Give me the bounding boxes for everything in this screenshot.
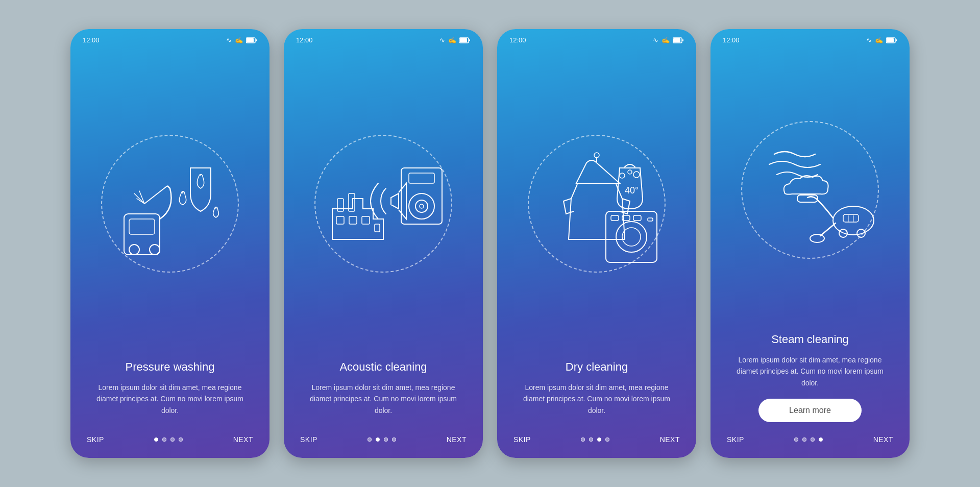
next-button-1[interactable]: NEXT <box>233 435 253 444</box>
svg-rect-11 <box>401 168 442 224</box>
illustration-steam-cleaning <box>710 47 910 333</box>
svg-rect-9 <box>460 38 467 42</box>
illustration-dry-cleaning: 40° <box>497 47 696 360</box>
content-4: Steam cleaning Lorem ipsum dolor sit dim… <box>710 333 910 426</box>
svg-rect-19 <box>349 216 357 224</box>
status-icons-3: ∿ ✍ <box>653 36 684 44</box>
dry-cleaning-svg: 40° <box>520 127 673 280</box>
desc-2: Lorem ipsum dolor sit dim amet, mea regi… <box>300 382 467 416</box>
status-time-4: 12:00 <box>723 36 740 44</box>
svg-rect-21 <box>375 224 380 232</box>
skip-button-4[interactable]: SKIP <box>727 435 744 444</box>
nav-dots-1 <box>154 437 183 442</box>
svg-rect-20 <box>362 216 370 224</box>
dot-2-2 <box>376 437 380 442</box>
content-2: Acoustic cleaning Lorem ipsum dolor sit … <box>284 360 483 426</box>
status-time-1: 12:00 <box>83 36 100 44</box>
nav-bar-3: SKIP NEXT <box>497 426 696 444</box>
svg-rect-40 <box>896 39 897 41</box>
battery-icon-1 <box>246 37 257 43</box>
dot-4-1 <box>794 437 798 442</box>
svg-rect-31 <box>606 211 657 262</box>
svg-rect-2 <box>256 39 257 41</box>
skip-button-3[interactable]: SKIP <box>513 435 531 444</box>
dot-3-4 <box>605 437 609 442</box>
svg-rect-16 <box>337 199 344 211</box>
svg-rect-36 <box>633 215 641 221</box>
dot-4-2 <box>802 437 806 442</box>
illustration-pressure-washing <box>70 47 270 360</box>
status-bar-4: 12:00 ∿ ✍ <box>710 29 910 47</box>
next-button-3[interactable]: NEXT <box>660 435 680 444</box>
status-time-3: 12:00 <box>509 36 526 44</box>
content-1: Pressure washing Lorem ipsum dolor sit d… <box>70 360 270 426</box>
wifi-icon-2: ∿ <box>439 36 445 44</box>
skip-button-1[interactable]: SKIP <box>87 435 104 444</box>
next-button-2[interactable]: NEXT <box>447 435 467 444</box>
dot-4-4 <box>819 437 823 442</box>
desc-4: Lorem ipsum dolor sit dim amet, mea regi… <box>727 354 893 388</box>
svg-point-42 <box>810 234 824 242</box>
learn-more-button[interactable]: Learn more <box>758 399 862 422</box>
acoustic-cleaning-svg <box>307 127 460 280</box>
wifi-icon-3: ∿ <box>653 36 658 44</box>
status-icons-4: ∿ ✍ <box>866 36 897 44</box>
signal-icon-3: ✍ <box>662 36 670 44</box>
svg-rect-4 <box>129 219 155 234</box>
svg-text:40°: 40° <box>625 185 639 196</box>
dot-3-2 <box>589 437 593 442</box>
status-icons-1: ∿ ✍ <box>226 36 257 44</box>
svg-point-5 <box>129 245 139 255</box>
pressure-washing-svg <box>93 127 247 280</box>
status-bar-3: 12:00 ∿ ✍ <box>497 29 696 47</box>
screen-pressure-washing: 12:00 ∿ ✍ <box>70 29 270 458</box>
skip-button-2[interactable]: SKIP <box>300 435 317 444</box>
dot-1-2 <box>162 437 166 442</box>
screen-dry-cleaning: 12:00 ∿ ✍ 40° <box>497 29 696 458</box>
svg-rect-43 <box>797 195 818 202</box>
desc-3: Lorem ipsum dolor sit dim amet, mea regi… <box>513 382 680 416</box>
nav-dots-4 <box>794 437 823 442</box>
wifi-icon-1: ∿ <box>226 36 232 44</box>
svg-point-28 <box>620 173 625 178</box>
status-bar-1: 12:00 ∿ ✍ <box>70 29 270 47</box>
dot-2-1 <box>368 437 372 442</box>
nav-dots-2 <box>368 437 396 442</box>
svg-point-13 <box>415 200 428 212</box>
content-3: Dry cleaning Lorem ipsum dolor sit dim a… <box>497 360 696 426</box>
svg-rect-46 <box>843 214 859 222</box>
svg-rect-23 <box>673 38 680 42</box>
nav-bar-2: SKIP NEXT <box>284 426 483 444</box>
dot-2-3 <box>384 437 388 442</box>
battery-icon-2 <box>459 37 471 43</box>
nav-bar-4: SKIP NEXT <box>710 426 910 444</box>
svg-point-12 <box>409 193 434 219</box>
signal-icon-1: ✍ <box>235 36 243 44</box>
title-1: Pressure washing <box>126 360 215 374</box>
svg-rect-18 <box>336 216 344 224</box>
illustration-acoustic-cleaning <box>284 47 483 360</box>
dot-3-1 <box>581 437 585 442</box>
dot-1-1 <box>154 437 158 442</box>
svg-point-14 <box>420 204 424 208</box>
svg-point-6 <box>150 245 160 255</box>
title-3: Dry cleaning <box>566 360 628 374</box>
steam-cleaning-svg <box>733 113 887 266</box>
svg-point-30 <box>633 172 640 178</box>
dot-1-3 <box>170 437 175 442</box>
dot-1-4 <box>179 437 183 442</box>
svg-rect-1 <box>247 38 254 42</box>
wifi-icon-4: ∿ <box>866 36 872 44</box>
svg-rect-24 <box>682 39 683 41</box>
screen-steam-cleaning: 12:00 ∿ ✍ <box>710 29 910 458</box>
screens-container: 12:00 ∿ ✍ <box>50 9 930 478</box>
svg-rect-34 <box>611 215 619 221</box>
next-button-4[interactable]: NEXT <box>873 435 893 444</box>
dot-2-4 <box>392 437 396 442</box>
screen-acoustic-cleaning: 12:00 ∿ ✍ <box>284 29 483 458</box>
svg-point-32 <box>616 222 647 252</box>
nav-bar-1: SKIP NEXT <box>70 426 270 444</box>
title-4: Steam cleaning <box>771 333 849 346</box>
svg-rect-10 <box>469 39 470 41</box>
battery-icon-3 <box>673 37 684 43</box>
